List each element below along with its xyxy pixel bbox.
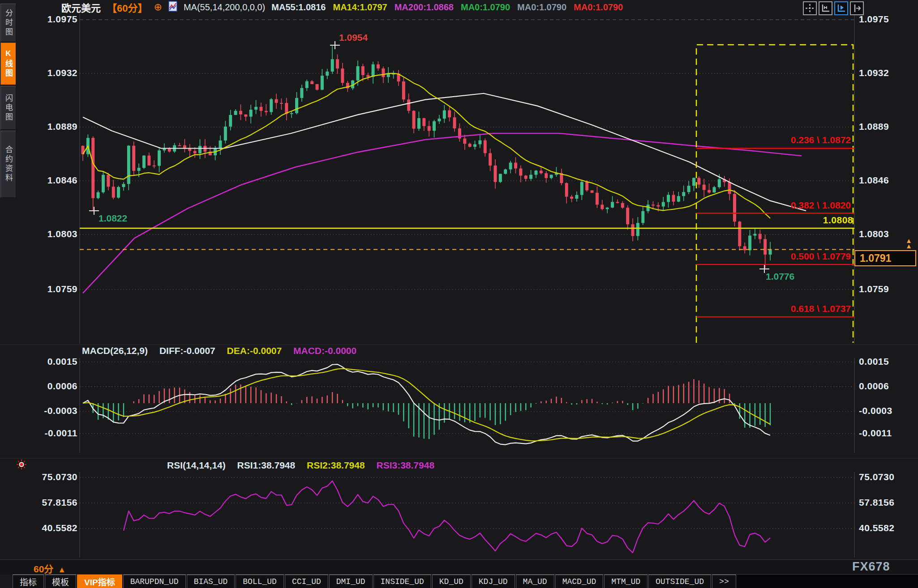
sidebar-item-time-share-chart[interactable]: 分时图 <box>0 4 16 42</box>
rsi3-readout: RSI3:38.7948 <box>376 460 434 470</box>
sidebar-item-kline-chart[interactable]: K线图 <box>0 43 16 85</box>
tab-macd-ud[interactable]: MACD_UD <box>555 575 604 588</box>
chart-type-icon[interactable] <box>168 1 177 13</box>
period-selector-label: 60分 <box>34 564 53 574</box>
triangle-up-icon: ▲ <box>58 565 66 574</box>
sidebar-item-contract-info[interactable]: 合约资料 <box>0 131 16 198</box>
chart-header: 欧元美元 【60分】 ⊕ MA(55,14,200,0,0,0) MA55:1.… <box>61 1 630 13</box>
target-icon[interactable]: ⊕ <box>154 2 162 12</box>
ma-formula: MA(55,14,200,0,0,0) <box>184 2 265 13</box>
tab-kdj-ud[interactable]: KDJ_UD <box>472 575 515 588</box>
ma-readout: MA200:1.0868 <box>395 2 454 12</box>
tab-kd-ud[interactable]: KD_UD <box>432 575 471 588</box>
macd-header: MACD(26,12,9) DIFF:-0.0007 DEA:-0.0007 M… <box>82 345 365 356</box>
tab-模板[interactable]: 模板 <box>45 575 76 588</box>
period-label[interactable]: 【60分】 <box>107 0 147 14</box>
ma-readout: MA0:1.0790 <box>517 2 566 12</box>
chart-canvas[interactable] <box>0 0 918 588</box>
macd-diff-readout: DIFF:-0.0007 <box>159 345 215 356</box>
tab-mtm-ud[interactable]: MTM_UD <box>604 575 648 588</box>
ma-readout: MA55:1.0816 <box>271 2 326 12</box>
macd-dea-readout: DEA:-0.0007 <box>227 345 282 356</box>
ma-readout: MA0:1.0790 <box>574 2 623 12</box>
indicator-tabbar: 指标模板VIP指标BARUPDN_UDBIAS_UDBOLL_UDCCI_UDD… <box>13 574 918 588</box>
timeline-bar: 60分▲ <box>0 559 918 575</box>
tab-bias-ud[interactable]: BIAS_UD <box>187 575 235 588</box>
toolbar <box>803 1 864 15</box>
tab-outside-ud[interactable]: OUTSIDE_UD <box>648 575 711 588</box>
brand-watermark: FX678 <box>852 560 890 574</box>
axis-play-icon[interactable] <box>834 1 848 15</box>
tab-ma-ud[interactable]: MA_UD <box>516 575 554 588</box>
app-window: 0.236 \ 1.08720.382 \ 1.08200.500 \ 1.07… <box>0 0 918 588</box>
tab--[interactable]: >> <box>712 575 736 588</box>
tab-inside-ud[interactable]: INSIDE_UD <box>373 575 431 588</box>
tab-barupdn-ud[interactable]: BARUPDN_UD <box>123 575 186 588</box>
ma-readout: MA14:1.0797 <box>333 2 387 12</box>
current-price-box: 1.0791 <box>854 250 916 266</box>
collapse-right-icon[interactable] <box>850 1 864 15</box>
rsi-header: RSI(14,14,14) RSI1:38.7948 RSI2:38.7948 … <box>167 460 443 471</box>
period-selector[interactable]: 60分▲ <box>34 562 66 575</box>
rsi-formula: RSI(14,14,14) <box>167 460 226 470</box>
tab-boll-ud[interactable]: BOLL_UD <box>236 575 284 588</box>
rsi1-readout: RSI1:38.7948 <box>237 460 296 470</box>
ma-readout: MA0:1.0790 <box>461 2 510 12</box>
axis-h-icon[interactable] <box>819 1 832 15</box>
tab-dmi-ud[interactable]: DMI_UD <box>329 575 373 588</box>
symbol-name: 欧元美元 <box>61 0 101 14</box>
sidebar: 分时图K线图闪电图合约资料 <box>0 0 16 206</box>
macd-value-readout: MACD:-0.0000 <box>293 345 356 356</box>
current-price-value: 1.0791 <box>860 252 891 264</box>
rsi2-readout: RSI2:38.7948 <box>307 460 365 470</box>
alert-pulse-icon[interactable] <box>16 459 27 470</box>
sidebar-item-lightning-chart[interactable]: 闪电图 <box>0 86 16 130</box>
tab-vip指标[interactable]: VIP指标 <box>77 575 122 588</box>
crosshair-icon[interactable] <box>803 1 817 15</box>
price-up-arrow-icon: ▲▲ <box>905 238 912 249</box>
tab-指标[interactable]: 指标 <box>13 575 44 588</box>
ma-readouts: MA55:1.0816MA14:1.0797MA200:1.0868MA0:1.… <box>271 2 630 13</box>
macd-formula: MACD(26,12,9) <box>82 345 148 356</box>
tab-cci-ud[interactable]: CCI_UD <box>285 575 328 588</box>
